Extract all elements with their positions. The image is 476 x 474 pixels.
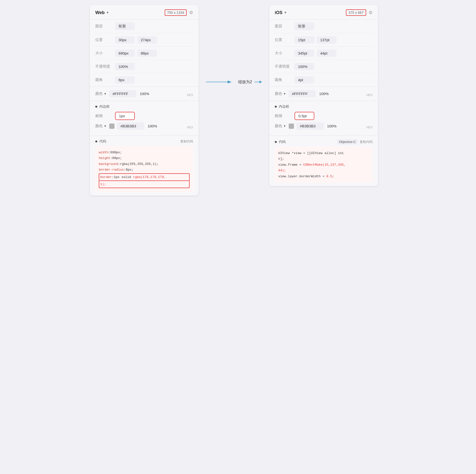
left-code-line-3: background:rgba(255,255,255,1);: [99, 161, 190, 167]
right-inner-border-section: 内边框 粗细 0.5pt 颜色 ▼ #B3B3B3 100% HEX: [269, 101, 378, 136]
left-color-dropdown-icon: ▼: [104, 92, 107, 96]
right-color-format: HEX: [366, 93, 373, 97]
arrow-right-svg: [255, 79, 262, 85]
left-code-section: 代码 复制代码 width:690px; height:88px; backgr…: [90, 136, 198, 196]
right-properties-section: 图层 矩形 位置 15pt 137pt 大小 345pt 44pt 不透明度 1…: [269, 20, 378, 86]
arrow-svg: [206, 79, 236, 85]
arrow-section: 缩放为2: [198, 5, 269, 85]
right-color-row: 颜色 ▼ #FFFFFF 100% HEX: [275, 90, 373, 97]
right-border-color-format: HEX: [366, 126, 373, 130]
right-code-line-2: t];: [278, 156, 369, 162]
left-copy-button[interactable]: 复制代码: [180, 139, 193, 144]
left-code-line-2: height:88px;: [99, 155, 190, 161]
right-panel-header: iOS ▼ 375 x 667 ⚙: [269, 5, 378, 19]
right-border-color-hex: #B3B3B3: [297, 122, 324, 130]
left-code-line-4: border-radius:8px;: [99, 167, 190, 173]
right-color-hex: #FFFFFF: [289, 90, 316, 97]
left-layer-value: 矩形: [115, 22, 135, 30]
left-inner-border-section: 内边框 粗细 1px 颜色 ▼ #B3B3B3 100% HEX: [90, 101, 198, 136]
left-position-x: 30px: [115, 36, 135, 43]
left-opacity-value: 100%: [115, 63, 135, 70]
left-platform-dropdown-icon: ▼: [106, 11, 109, 14]
left-code-dot: [95, 140, 97, 142]
left-border-thickness-row: 粗细 1px: [95, 112, 193, 120]
left-dimension-badge: 750 x 1334: [165, 9, 187, 16]
left-opacity-row: 不透明度 100%: [95, 60, 193, 73]
right-position-row: 位置 15pt 137pt: [275, 33, 373, 47]
left-color-format: HEX: [187, 93, 193, 97]
left-border-color-label: 颜色 ▼: [95, 124, 107, 128]
left-code-line-5: border:1px solid rgba(179,179,179,: [99, 173, 190, 181]
left-border-color-format: HEX: [187, 126, 193, 130]
arrow-line: 缩放为2: [206, 79, 262, 85]
right-position-y: 137pt: [317, 36, 337, 43]
left-size-label: 大小: [95, 51, 113, 56]
right-color-opacity: 100%: [319, 92, 329, 96]
right-border-thickness-row: 粗细 0.5pt: [275, 112, 373, 120]
left-properties-section: 图层 矩形 位置 30px 274px 大小 690px 88px 不透明度 1…: [90, 20, 198, 86]
right-radius-value: 4pt: [295, 76, 314, 83]
left-color-label: 颜色 ▼: [95, 91, 107, 96]
right-color-label: 颜色 ▼: [275, 91, 286, 96]
right-radius-label: 圆角: [275, 78, 292, 82]
right-lang-dropdown[interactable]: Objective-C: [337, 139, 358, 144]
left-layer-row: 图层 矩形: [95, 20, 193, 33]
right-border-thickness-value: 0.5pt: [295, 112, 314, 120]
right-inner-border-dot: [275, 106, 277, 108]
left-radius-value: 8px: [115, 76, 135, 83]
left-code-line-1: width:690px;: [99, 150, 190, 155]
left-radius-label: 圆角: [95, 78, 113, 82]
left-inner-border-dot: [95, 106, 97, 108]
right-size-w: 345pt: [295, 50, 314, 57]
right-size-row: 大小 345pt 44pt: [275, 47, 373, 60]
left-radius-row: 圆角 8px: [95, 73, 193, 86]
left-code-line-5b: 1);: [99, 181, 190, 188]
left-header-right: 750 x 1334 ⚙: [165, 9, 193, 16]
left-layer-label: 图层: [95, 24, 113, 29]
svg-marker-2: [259, 80, 262, 83]
right-position-label: 位置: [275, 38, 292, 42]
left-color-row: 颜色 ▼ #FFFFFF 100% HEX: [95, 90, 193, 97]
left-position-y: 274px: [137, 36, 157, 43]
right-opacity-value: 100%: [295, 63, 314, 70]
right-border-color-swatch: [289, 123, 294, 129]
left-color-section: 颜色 ▼ #FFFFFF 100% HEX: [90, 86, 198, 101]
left-gear-icon[interactable]: ⚙: [189, 10, 193, 15]
right-code-line-5: view.layer.borderWidth = 0.5;: [278, 174, 369, 179]
right-layer-value: 矩形: [295, 22, 314, 30]
left-position-label: 位置: [95, 38, 113, 42]
left-size-w: 690px: [115, 50, 135, 57]
right-code-line-4: 44);: [278, 168, 369, 173]
right-copy-button[interactable]: 复制代码: [360, 140, 373, 144]
right-gear-icon[interactable]: ⚙: [369, 10, 373, 15]
right-dimension-badge: 375 x 667: [346, 9, 366, 16]
right-opacity-label: 不透明度: [275, 64, 292, 69]
right-code-dot: [275, 141, 277, 143]
right-platform-selector[interactable]: iOS ▼: [275, 10, 287, 15]
left-inner-border-title: 内边框: [95, 104, 193, 109]
right-border-color-dropdown-icon: ▼: [283, 124, 286, 128]
right-radius-row: 圆角 4pt: [275, 73, 373, 86]
right-border-thickness-label: 粗细: [275, 114, 292, 118]
right-panel: iOS ▼ 375 x 667 ⚙ 图层 矩形 位置 15pt 137pt 大小…: [269, 5, 378, 186]
right-code-header: 代码 Objective-C 复制代码: [275, 139, 373, 144]
right-inner-border-title: 内边框: [275, 104, 373, 109]
right-code-block: UIView *view = [[UIView alloc] ini t]; v…: [275, 147, 373, 183]
right-header-right: 375 x 667 ⚙: [346, 9, 373, 16]
right-code-controls: Objective-C 复制代码: [337, 139, 373, 144]
right-border-color-label: 颜色 ▼: [275, 124, 286, 128]
left-border-color-opacity: 100%: [148, 124, 157, 128]
left-code-header: 代码 复制代码: [95, 139, 193, 144]
right-position-x: 15pt: [295, 36, 314, 43]
left-platform-selector[interactable]: Web ▼: [95, 10, 109, 15]
right-code-line-1: UIView *view = [[UIView alloc] ini: [278, 150, 369, 156]
right-opacity-row: 不透明度 100%: [275, 60, 373, 73]
right-platform-label: iOS: [275, 10, 282, 15]
left-position-row: 位置 30px 274px: [95, 33, 193, 47]
right-size-label: 大小: [275, 51, 292, 56]
left-platform-label: Web: [95, 10, 105, 15]
left-size-h: 88px: [137, 50, 157, 57]
left-border-thickness-value: 1px: [115, 112, 135, 120]
left-color-opacity: 100%: [140, 92, 149, 96]
left-code-block: width:690px; height:88px; background:rgb…: [95, 146, 193, 192]
